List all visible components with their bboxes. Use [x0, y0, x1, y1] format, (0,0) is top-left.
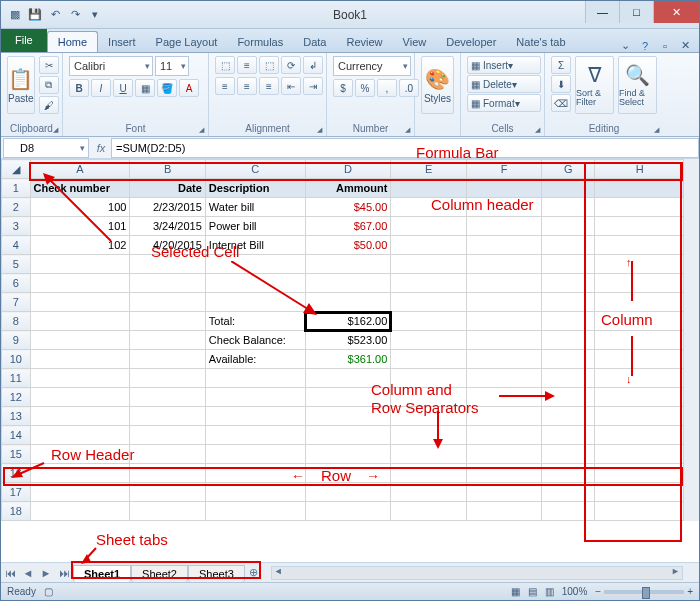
cell[interactable] — [130, 483, 205, 502]
cell[interactable] — [391, 255, 466, 274]
cell[interactable] — [466, 331, 541, 350]
row-header[interactable]: 14 — [2, 426, 31, 445]
tab-view[interactable]: View — [393, 32, 437, 52]
cell[interactable] — [542, 331, 595, 350]
cell[interactable]: Date — [130, 179, 205, 198]
cell[interactable] — [30, 255, 130, 274]
cell[interactable] — [130, 293, 205, 312]
format-cells-button[interactable]: ▦ Format ▾ — [467, 94, 541, 112]
cell[interactable] — [391, 464, 466, 483]
sort-filter-button[interactable]: ᐁSort & Filter — [575, 56, 614, 114]
format-painter-button[interactable]: 🖌 — [39, 96, 59, 114]
cell[interactable]: $361.00 — [305, 350, 391, 369]
cell[interactable] — [391, 483, 466, 502]
find-select-button[interactable]: 🔍Find & Select — [618, 56, 657, 114]
sheet-nav-prev[interactable]: ◄ — [19, 567, 37, 579]
view-layout-icon[interactable]: ▤ — [528, 586, 537, 597]
align-bottom-button[interactable]: ⬚ — [259, 56, 279, 74]
cell[interactable] — [595, 369, 685, 388]
macro-record-icon[interactable]: ▢ — [44, 586, 53, 597]
cell[interactable] — [30, 502, 130, 521]
cell[interactable] — [466, 464, 541, 483]
sheet-tab[interactable]: Sheet3 — [188, 565, 245, 582]
cell[interactable] — [595, 350, 685, 369]
tab-data[interactable]: Data — [293, 32, 336, 52]
row-header[interactable]: 3 — [2, 217, 31, 236]
row-header[interactable]: 2 — [2, 198, 31, 217]
tab-home[interactable]: Home — [47, 31, 98, 52]
cell[interactable] — [391, 293, 466, 312]
cell[interactable] — [542, 407, 595, 426]
cell[interactable]: Available: — [205, 350, 305, 369]
sheet-nav-last[interactable]: ⏭ — [55, 567, 73, 579]
cell[interactable] — [542, 312, 595, 331]
sheet-nav-next[interactable]: ► — [37, 567, 55, 579]
cell[interactable] — [391, 331, 466, 350]
cell[interactable] — [466, 502, 541, 521]
cell[interactable]: $67.00 — [305, 217, 391, 236]
col-header-F[interactable]: F — [466, 160, 541, 179]
tab-custom[interactable]: Nate's tab — [506, 32, 575, 52]
new-sheet-button[interactable]: ⊕ — [245, 566, 263, 579]
cell[interactable] — [305, 445, 391, 464]
row-header[interactable]: 5 — [2, 255, 31, 274]
cell[interactable] — [542, 255, 595, 274]
comma-button[interactable]: , — [377, 79, 397, 97]
cell[interactable] — [466, 293, 541, 312]
cell[interactable] — [391, 388, 466, 407]
cell[interactable] — [542, 350, 595, 369]
indent-inc-button[interactable]: ⇥ — [303, 77, 323, 95]
cell[interactable] — [391, 502, 466, 521]
cell[interactable] — [205, 483, 305, 502]
horizontal-scrollbar[interactable] — [271, 566, 683, 580]
row-header[interactable]: 15 — [2, 445, 31, 464]
cell[interactable] — [30, 483, 130, 502]
align-right-button[interactable]: ≡ — [259, 77, 279, 95]
view-pagebreak-icon[interactable]: ▥ — [545, 586, 554, 597]
fx-icon[interactable]: fx — [91, 142, 111, 154]
cell[interactable] — [391, 198, 466, 217]
cell[interactable] — [130, 274, 205, 293]
zoom-level[interactable]: 100% — [562, 586, 588, 597]
cell[interactable] — [391, 217, 466, 236]
cell[interactable] — [391, 369, 466, 388]
cell[interactable]: Ammount — [305, 179, 391, 198]
copy-button[interactable]: ⧉ — [39, 76, 59, 94]
row-header[interactable]: 7 — [2, 293, 31, 312]
cell[interactable] — [30, 464, 130, 483]
cell[interactable] — [595, 274, 685, 293]
save-icon[interactable]: 💾 — [27, 7, 43, 23]
col-header-D[interactable]: D — [305, 160, 391, 179]
maximize-button[interactable]: □ — [619, 1, 653, 23]
wrap-text-button[interactable]: ↲ — [303, 56, 323, 74]
cell[interactable] — [130, 407, 205, 426]
cell-selected[interactable]: $162.00 — [305, 312, 391, 331]
zoom-in-icon[interactable]: + — [687, 586, 693, 597]
clear-button[interactable]: ⌫ — [551, 94, 571, 112]
font-name-combo[interactable]: Calibri — [69, 56, 153, 76]
cell[interactable] — [542, 483, 595, 502]
window-restore-icon[interactable]: ▫ — [657, 40, 673, 52]
help-icon[interactable]: ? — [637, 40, 653, 52]
cell[interactable] — [466, 236, 541, 255]
cell[interactable] — [130, 426, 205, 445]
cell[interactable] — [542, 236, 595, 255]
cell[interactable] — [391, 179, 466, 198]
view-normal-icon[interactable]: ▦ — [511, 586, 520, 597]
cell[interactable] — [30, 407, 130, 426]
cell[interactable] — [466, 388, 541, 407]
cell[interactable] — [130, 502, 205, 521]
row-header[interactable]: 10 — [2, 350, 31, 369]
cell[interactable] — [542, 502, 595, 521]
cell[interactable] — [466, 369, 541, 388]
minimize-ribbon-icon[interactable]: ⌄ — [617, 39, 633, 52]
align-middle-button[interactable]: ≡ — [237, 56, 257, 74]
col-header-C[interactable]: C — [205, 160, 305, 179]
col-header-A[interactable]: A — [30, 160, 130, 179]
cell[interactable] — [542, 388, 595, 407]
align-center-button[interactable]: ≡ — [237, 77, 257, 95]
cell[interactable]: Power bill — [205, 217, 305, 236]
select-all-corner[interactable]: ◢ — [2, 160, 31, 179]
cell[interactable] — [542, 426, 595, 445]
zoom-slider[interactable]: −+ — [595, 586, 693, 597]
